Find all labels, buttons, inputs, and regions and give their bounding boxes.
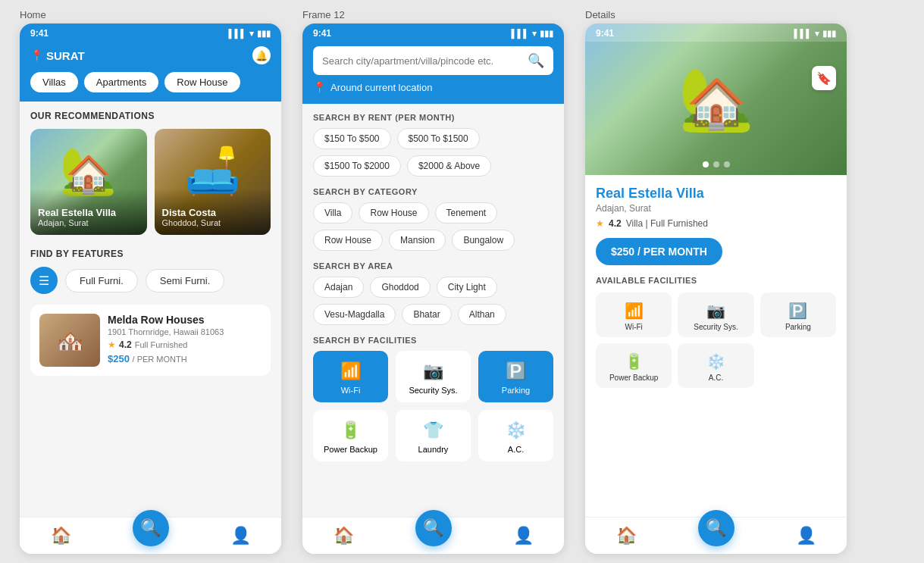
area-chip-2[interactable]: City Light xyxy=(437,277,497,298)
rating-num: 4.2 xyxy=(119,339,132,350)
det-nav-home-btn[interactable]: 🏠 xyxy=(616,526,637,546)
bookmark-btn[interactable]: 🔖 xyxy=(812,66,836,90)
tab-apartments[interactable]: Apartments xyxy=(84,72,158,92)
facility-parking[interactable]: 🅿️ Parking xyxy=(478,351,553,402)
det-search-fab-btn[interactable]: 🔍 xyxy=(698,510,735,546)
area-chip-5[interactable]: Althan xyxy=(458,304,506,325)
search-input[interactable] xyxy=(322,55,528,67)
bell-icon[interactable]: 🔔 xyxy=(252,46,271,64)
facilities-grid: 📶 Wi-Fi 📷 Security Sys. 🅿️ Parking 🔋 Pow… xyxy=(313,351,553,461)
rent-chip-0[interactable]: $150 To $500 xyxy=(313,128,391,149)
cat-chip-3[interactable]: Row House xyxy=(313,230,383,251)
facility-wifi[interactable]: 📶 Wi-Fi xyxy=(313,351,388,402)
facilities-detail-grid: 📶 Wi-Fi 📷 Security Sys. 🅿️ Parking 🔋 Pow… xyxy=(596,292,836,388)
semi-furni-btn[interactable]: Semi Furni. xyxy=(146,269,224,292)
det-parking-icon-card: 🅿️ xyxy=(788,302,807,320)
home-bottom-nav: 🏠 🔍 👤 xyxy=(20,517,281,554)
det-price-suffix: / PER MONTH xyxy=(637,246,707,258)
cat-chip-2[interactable]: Tenement xyxy=(435,202,498,224)
price-suffix: / PER MONTH xyxy=(133,355,187,364)
security-facility-label: Security Sys. xyxy=(409,386,457,395)
power-facility-icon: 🔋 xyxy=(340,421,361,440)
home-time: 9:41 xyxy=(30,28,49,39)
rec-card-0[interactable]: Real Estella Villa Adajan, Surat xyxy=(30,129,147,235)
details-phone: 9:41 ▌▌▌ ▾ ▮▮▮ 🏡 🔖 Real Estella Vil xyxy=(585,23,847,554)
det-security-icon-card: 📷 xyxy=(706,302,725,320)
f12-nav-home-btn[interactable]: 🏠 xyxy=(334,526,354,546)
det-facility-wifi: 📶 Wi-Fi xyxy=(596,292,672,337)
frame12-header: 🔍 📍 Around current location xyxy=(302,42,564,104)
tab-villas[interactable]: Villas xyxy=(30,72,78,92)
f12-search-fab-btn[interactable]: 🔍 xyxy=(415,510,452,546)
home-header: 📍 SURAT 🔔 Villas Apartments Row House xyxy=(20,42,281,102)
f12-signal-icon: ▌▌▌ xyxy=(512,29,529,38)
det-security-label: Security Sys. xyxy=(694,323,738,331)
frame12-status-icons: ▌▌▌ ▾ ▮▮▮ xyxy=(512,29,553,39)
rec-card-sub-1: Ghoddod, Surat xyxy=(162,218,264,227)
det-rating-num: 4.2 xyxy=(609,218,622,229)
category-section-title: SEARCH BY CATEGORY xyxy=(313,187,553,196)
det-star-icon: ★ xyxy=(596,218,604,229)
frame12-status-bar: 9:41 ▌▌▌ ▾ ▮▮▮ xyxy=(302,23,564,42)
facility-security[interactable]: 📷 Security Sys. xyxy=(396,351,471,402)
nav-profile-btn[interactable]: 👤 xyxy=(230,526,251,546)
rent-chip-1[interactable]: $500 To $1500 xyxy=(397,128,480,149)
cat-chip-0[interactable]: Villa xyxy=(313,202,352,224)
location-row: 📍 SURAT 🔔 xyxy=(30,46,271,64)
det-nav-profile-btn[interactable]: 👤 xyxy=(796,526,816,546)
rec-card-name-1: Dista Costa xyxy=(162,207,264,218)
facility-laundry[interactable]: 👕 Laundry xyxy=(396,410,471,461)
search-bar[interactable]: 🔍 xyxy=(313,46,553,75)
cat-chip-5[interactable]: Bungalow xyxy=(452,230,515,251)
rec-card-name-0: Real Estella Villa xyxy=(38,207,139,218)
area-chip-4[interactable]: Bhatar xyxy=(402,304,451,325)
tab-rowhouse[interactable]: Row House xyxy=(164,72,240,92)
f12-nav-profile-btn[interactable]: 👤 xyxy=(513,526,534,546)
search-fab-btn[interactable]: 🔍 xyxy=(133,510,169,546)
full-furni-btn[interactable]: Full Furni. xyxy=(65,269,138,292)
det-power-label: Power Backup xyxy=(609,374,658,382)
details-status-bar: 9:41 ▌▌▌ ▾ ▮▮▮ xyxy=(585,23,847,42)
frame12-time: 9:41 xyxy=(313,28,331,39)
location-hint-icon: 📍 xyxy=(313,81,326,93)
rent-chip-3[interactable]: $2000 & Above xyxy=(407,155,491,177)
dot-2 xyxy=(724,161,730,167)
rec-card-1[interactable]: Dista Costa Ghoddod, Surat xyxy=(155,129,271,235)
city-label: SURAT xyxy=(46,49,85,62)
property-img: 🏘️ xyxy=(39,314,100,367)
security-facility-icon: 📷 xyxy=(423,361,443,381)
property-info: Melda Row Houses 1901 Thornridge, Hawaii… xyxy=(108,314,262,364)
det-ac-icon-card: ❄️ xyxy=(706,352,725,371)
dot-0 xyxy=(703,161,709,167)
area-chip-1[interactable]: Ghoddod xyxy=(370,277,430,298)
features-icon-btn[interactable]: ☰ xyxy=(30,267,58,294)
facility-ac[interactable]: ❄️ A.C. xyxy=(478,410,553,461)
det-wifi-label: Wi-Fi xyxy=(625,323,643,331)
available-facilities-title: AVAILABLE FACILITIES xyxy=(596,276,836,285)
home-frame-label: Home xyxy=(20,9,281,20)
rent-chip-2[interactable]: $1500 To $2000 xyxy=(313,155,401,177)
recommendations-title: OUR RECOMMENDATIONS xyxy=(30,111,271,121)
location-hint-text: Around current location xyxy=(330,82,432,93)
recommendations-grid: Real Estella Villa Adajan, Surat Dista C… xyxy=(30,129,271,235)
search-btn[interactable]: 🔍 xyxy=(528,52,544,69)
laundry-facility-icon: 👕 xyxy=(423,421,443,440)
cat-chip-1[interactable]: Row House xyxy=(359,202,428,224)
area-chip-0[interactable]: Adajan xyxy=(313,277,364,298)
wifi-icon: ▾ xyxy=(249,29,254,39)
price-button[interactable]: $250 / PER MONTH xyxy=(596,238,722,265)
property-card[interactable]: 🏘️ Melda Row Houses 1901 Thornridge, Haw… xyxy=(30,305,271,376)
area-chip-3[interactable]: Vesu-Magdalla xyxy=(313,304,396,325)
cat-chip-4[interactable]: Mansion xyxy=(389,230,446,251)
frame12-bottom-nav: 🏠 🔍 👤 xyxy=(302,517,564,554)
ac-facility-icon: ❄️ xyxy=(506,421,526,440)
profile-nav-icon: 👤 xyxy=(230,526,251,546)
category-tabs: Villas Apartments Row House xyxy=(30,72,271,92)
property-address: 1901 Thornridge, Hawaii 81063 xyxy=(108,327,262,336)
det-home-nav-icon: 🏠 xyxy=(616,526,637,546)
wifi-facility-label: Wi-Fi xyxy=(341,386,361,395)
facility-power[interactable]: 🔋 Power Backup xyxy=(313,410,388,461)
nav-home-btn[interactable]: 🏠 xyxy=(51,526,71,546)
rent-chips: $150 To $500 $500 To $1500 $1500 To $200… xyxy=(313,128,553,177)
det-signal-icon: ▌▌▌ xyxy=(794,29,812,38)
